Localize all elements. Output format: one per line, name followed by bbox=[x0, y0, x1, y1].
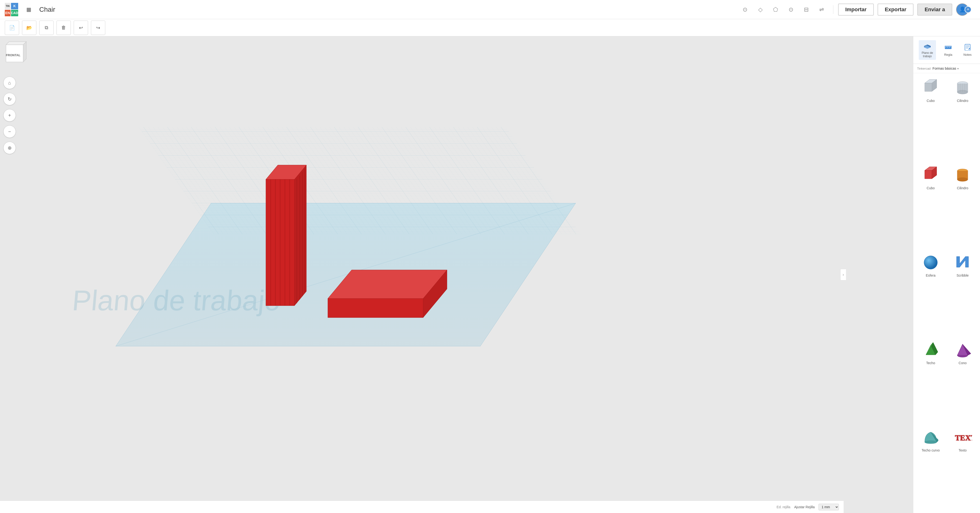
logo-cell-en: EN bbox=[5, 10, 11, 16]
svg-rect-33 bbox=[965, 44, 970, 51]
cilindro-gray-label: Cilindro bbox=[957, 99, 968, 103]
shape-scribble[interactable]: Scribble bbox=[948, 251, 977, 335]
mirror-icon: ⇌ bbox=[819, 6, 824, 13]
redo-icon: ↪ bbox=[96, 25, 100, 30]
user-area: 👤 + bbox=[956, 3, 975, 16]
cilindro-gray-icon bbox=[953, 78, 972, 97]
scribble-label: Scribble bbox=[956, 274, 969, 277]
collapse-panel-button[interactable]: › bbox=[840, 269, 846, 280]
shape-cilindro-orange[interactable]: Cilindro bbox=[948, 163, 977, 248]
texto-icon: TEXT TEXT bbox=[953, 428, 972, 447]
open-file-icon: 📂 bbox=[26, 25, 32, 30]
shape-techo[interactable]: Techo bbox=[916, 338, 945, 423]
redo-button[interactable]: ↪ bbox=[91, 21, 105, 35]
svg-point-73 bbox=[925, 441, 937, 444]
mirror-icon-btn[interactable]: ⇌ bbox=[815, 3, 828, 16]
shapes-grid: Cubo bbox=[913, 73, 980, 513]
shape-techo-curvo[interactable]: Techo curvo bbox=[916, 426, 945, 510]
undo-icon: ↩ bbox=[79, 25, 83, 30]
logo-cell-cad: CAD bbox=[11, 10, 18, 16]
zoom-out-icon: − bbox=[8, 129, 11, 134]
svg-rect-7 bbox=[138, 127, 581, 234]
cubo-red-label: Cubo bbox=[927, 186, 935, 190]
delete-button[interactable]: 🗑 bbox=[56, 21, 71, 35]
shape-cilindro-gray[interactable]: Cilindro bbox=[948, 76, 977, 161]
dropdown-arrow-icon: ▾ bbox=[957, 67, 959, 70]
right-tools-bar: Plano detrabajo Regla bbox=[913, 37, 980, 64]
light-icon-btn[interactable]: ◇ bbox=[754, 3, 767, 16]
add-user-button[interactable]: + bbox=[965, 6, 971, 13]
svg-marker-2 bbox=[23, 41, 26, 62]
techo-label: Techo bbox=[926, 361, 935, 365]
svg-marker-20 bbox=[328, 299, 423, 318]
zoom-in-button[interactable]: + bbox=[3, 109, 16, 121]
logo-cell-k: K bbox=[11, 3, 18, 10]
shape-esfera[interactable]: Esfera bbox=[916, 251, 945, 335]
circle-icon-btn[interactable]: ⊙ bbox=[784, 3, 798, 16]
exportar-button[interactable]: Exportar bbox=[878, 3, 913, 16]
cilindro-orange-icon bbox=[953, 166, 972, 185]
texto-label: Texto bbox=[959, 448, 967, 452]
topbar: TIN K EN CAD ▦ Chair ⊙ ◇ ⬠ ⊙ ⊟ ⇌ Importa bbox=[0, 0, 980, 19]
grid-menu-icon: ▦ bbox=[26, 6, 31, 13]
workplane-icon bbox=[924, 42, 931, 50]
svg-text:TEXT: TEXT bbox=[955, 434, 972, 443]
tinkercad-label: Tinkercad bbox=[917, 67, 931, 70]
regla-button[interactable]: Regla bbox=[941, 42, 955, 58]
regla-label: Regla bbox=[944, 53, 952, 56]
workplane-button[interactable]: Plano detrabajo bbox=[919, 40, 936, 60]
camera-icon-btn[interactable]: ⊙ bbox=[738, 3, 752, 16]
viewport-tools: ⊙ ◇ ⬠ ⊙ ⊟ ⇌ bbox=[738, 3, 828, 16]
shapes-category-dropdown[interactable]: Formas básicas ▾ bbox=[932, 66, 959, 70]
grid-size-select[interactable]: 1 mm 0.5 mm 2 mm 5 mm bbox=[818, 503, 839, 510]
zoom-out-button[interactable]: − bbox=[3, 125, 16, 138]
circle-icon: ⊙ bbox=[789, 6, 793, 13]
workplane-watermark: Plano de trabajo bbox=[71, 285, 282, 317]
techo-icon bbox=[921, 341, 940, 360]
svg-marker-66 bbox=[956, 256, 969, 267]
home-icon: ⌂ bbox=[8, 80, 11, 86]
toolbar2: 📄 📂 ⧉ 🗑 ↩ ↪ bbox=[0, 19, 980, 37]
light-icon: ◇ bbox=[758, 6, 762, 13]
svg-point-62 bbox=[957, 178, 968, 182]
canvas-area[interactable]: ⌂ ↻ + − ⊕ bbox=[0, 37, 913, 513]
techo-curvo-icon bbox=[921, 428, 940, 447]
app-menu-button[interactable]: ▦ bbox=[22, 3, 35, 16]
shape-icon-btn[interactable]: ⬠ bbox=[769, 3, 783, 16]
align-icon-btn[interactable]: ⊟ bbox=[800, 3, 813, 16]
shape-cubo-red[interactable]: Cubo bbox=[916, 163, 945, 248]
shape-cubo-gray[interactable]: Cubo bbox=[916, 76, 945, 161]
view-cube-svg: FRONTAL bbox=[5, 41, 31, 67]
undo-button[interactable]: ↩ bbox=[74, 21, 88, 35]
notes-button[interactable]: Notes bbox=[961, 42, 975, 58]
open-file-button[interactable]: 📂 bbox=[22, 21, 37, 35]
orbit-button[interactable]: ↻ bbox=[3, 93, 16, 105]
home-view-button[interactable]: ⌂ bbox=[3, 76, 16, 89]
adjust-grid-label: Ajustar Rejilla bbox=[794, 505, 815, 509]
status-bar: Ed. rejilla Ajustar Rejilla 1 mm 0.5 mm … bbox=[0, 500, 844, 513]
camera-icon: ⊙ bbox=[743, 6, 748, 13]
fit-view-button[interactable]: ⊕ bbox=[3, 142, 16, 154]
align-icon: ⊟ bbox=[804, 6, 809, 13]
chevron-right-icon: › bbox=[843, 272, 844, 277]
svg-point-65 bbox=[924, 256, 937, 269]
cono-icon bbox=[953, 341, 972, 360]
regla-icon bbox=[944, 44, 952, 52]
action-buttons: Importar Exportar Enviar a bbox=[838, 3, 952, 16]
front-label-text: FRONTAL bbox=[6, 53, 20, 57]
zoom-in-icon: + bbox=[8, 113, 11, 118]
tinkercad-logo[interactable]: TIN K EN CAD bbox=[5, 3, 18, 16]
delete-icon: 🗑 bbox=[61, 25, 66, 30]
enviar-button[interactable]: Enviar a bbox=[917, 3, 952, 16]
scribble-icon bbox=[953, 253, 972, 272]
importar-button[interactable]: Importar bbox=[838, 3, 874, 16]
shape-texto[interactable]: TEXT TEXT Texto bbox=[948, 426, 977, 510]
left-panel: ⌂ ↻ + − ⊕ bbox=[0, 73, 19, 158]
copy-button[interactable]: ⧉ bbox=[39, 21, 54, 35]
fit-icon: ⊕ bbox=[8, 145, 12, 151]
front-view-cube[interactable]: FRONTAL bbox=[5, 41, 29, 70]
shape-cono[interactable]: Cono bbox=[948, 338, 977, 423]
svg-marker-1 bbox=[6, 41, 26, 45]
cono-label: Cono bbox=[959, 361, 967, 365]
new-file-button[interactable]: 📄 bbox=[5, 21, 19, 35]
